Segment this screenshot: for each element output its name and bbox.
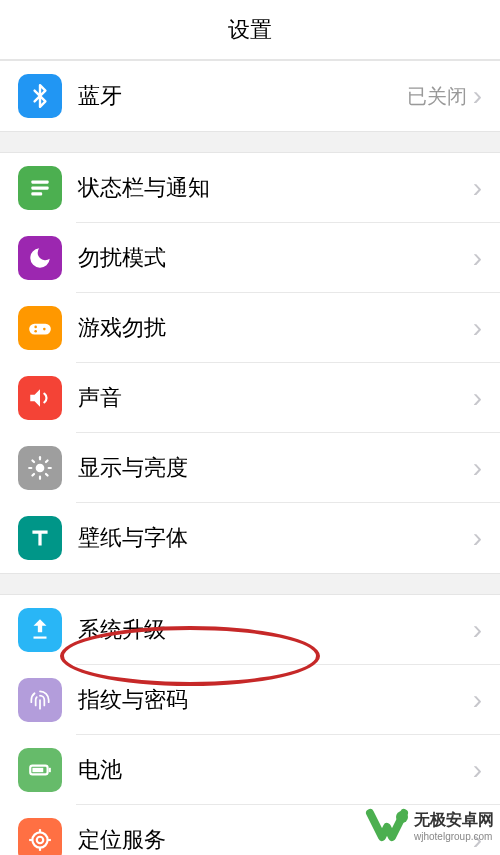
chevron-right-icon: › [473,756,482,784]
page-title: 设置 [228,15,272,45]
settings-row-battery[interactable]: 电池› [0,735,500,805]
settings-section: 蓝牙已关闭› [0,60,500,132]
row-label: 系统升级 [78,615,473,645]
row-label: 壁纸与字体 [78,523,473,553]
chevron-right-icon: › [473,174,482,202]
settings-row-system-update[interactable]: 系统升级› [0,595,500,665]
svg-rect-0 [31,180,48,183]
row-label: 显示与亮度 [78,453,473,483]
svg-rect-18 [49,768,51,772]
row-label: 蓝牙 [78,81,407,111]
location-icon [18,818,62,855]
chevron-right-icon: › [473,82,482,110]
watermark-title: 无极安卓网 [414,810,494,831]
chevron-right-icon: › [473,616,482,644]
svg-point-7 [36,464,45,473]
svg-point-26 [396,811,408,823]
row-label: 电池 [78,755,473,785]
svg-line-12 [32,460,34,462]
svg-rect-2 [31,192,42,195]
row-label: 游戏勿扰 [78,313,473,343]
settings-section: 状态栏与通知›勿扰模式›游戏勿扰›声音›显示与亮度›壁纸与字体› [0,152,500,574]
list-icon [18,166,62,210]
watermark-logo-icon [364,803,410,849]
row-label: 指纹与密码 [78,685,473,715]
settings-row-bluetooth[interactable]: 蓝牙已关闭› [0,61,500,131]
header: 设置 [0,0,500,60]
svg-point-20 [37,837,44,844]
chevron-right-icon: › [473,686,482,714]
svg-point-21 [32,832,47,847]
svg-point-4 [34,326,37,329]
settings-row-wallpaper-font[interactable]: 壁纸与字体› [0,503,500,573]
brightness-icon [18,446,62,490]
chevron-right-icon: › [473,524,482,552]
settings-row-display[interactable]: 显示与亮度› [0,433,500,503]
chevron-right-icon: › [473,244,482,272]
text-icon [18,516,62,560]
watermark-url: wjhotelgroup.com [414,831,494,842]
battery-icon [18,748,62,792]
svg-point-6 [43,328,46,331]
moon-icon [18,236,62,280]
settings-row-fingerprint-password[interactable]: 指纹与密码› [0,665,500,735]
bluetooth-icon [18,74,62,118]
settings-row-game-dnd[interactable]: 游戏勿扰› [0,293,500,363]
row-label: 勿扰模式 [78,243,473,273]
svg-point-5 [34,330,37,333]
chevron-right-icon: › [473,454,482,482]
gamepad-icon [18,306,62,350]
update-icon [18,608,62,652]
settings-row-dnd[interactable]: 勿扰模式› [0,223,500,293]
svg-rect-19 [32,768,43,772]
svg-line-14 [32,474,34,476]
chevron-right-icon: › [473,384,482,412]
row-label: 状态栏与通知 [78,173,473,203]
watermark: 无极安卓网 wjhotelgroup.com [364,803,494,849]
settings-row-statusbar-notif[interactable]: 状态栏与通知› [0,153,500,223]
row-label: 声音 [78,383,473,413]
svg-rect-3 [29,324,51,335]
svg-rect-16 [34,637,47,639]
speaker-icon [18,376,62,420]
svg-line-15 [46,460,48,462]
chevron-right-icon: › [473,314,482,342]
svg-rect-1 [31,186,48,189]
fingerprint-icon [18,678,62,722]
svg-line-13 [46,474,48,476]
settings-row-sound[interactable]: 声音› [0,363,500,433]
row-value: 已关闭 [407,83,467,110]
